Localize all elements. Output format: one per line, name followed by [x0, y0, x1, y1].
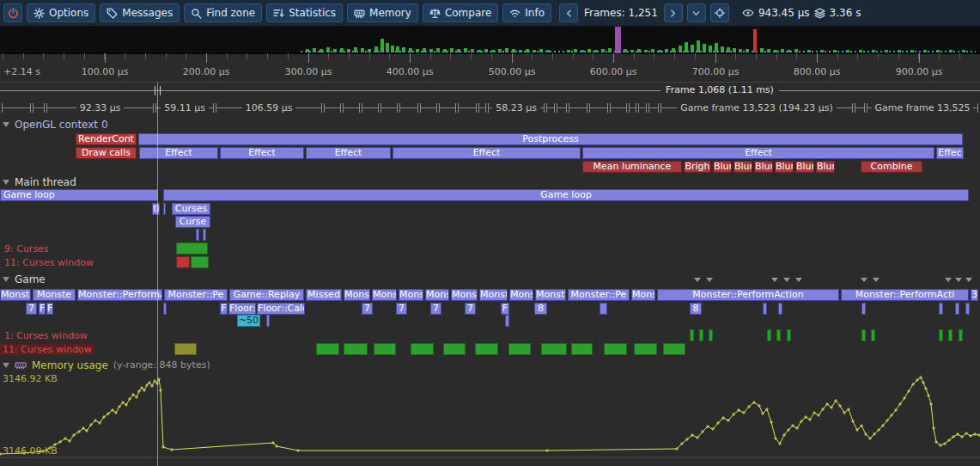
- game-frame-segment[interactable]: [478, 103, 486, 113]
- lock-bar[interactable]: [871, 329, 875, 341]
- zone-bar[interactable]: Blur: [816, 161, 835, 173]
- zone-bar[interactable]: F: [39, 303, 46, 315]
- prev-frame-button[interactable]: [559, 3, 578, 22]
- section-header-opengl[interactable]: OpenGL context 0: [0, 118, 980, 131]
- zone-bar[interactable]: Blur: [713, 161, 732, 173]
- zone-bar[interactable]: F: [501, 303, 509, 315]
- zone-tick[interactable]: [965, 303, 970, 315]
- zone-bar[interactable]: 7: [396, 303, 407, 315]
- zone-bar[interactable]: Monst: [451, 289, 478, 301]
- zone-bar[interactable]: 8: [534, 303, 547, 315]
- game-frame-segment[interactable]: [33, 103, 45, 113]
- zone-tick[interactable]: [600, 303, 607, 315]
- zone-bar[interactable]: Draw calls: [76, 147, 137, 159]
- game-frame-segment[interactable]: 106.59 µs: [216, 103, 322, 113]
- zone-bar[interactable]: Monst: [372, 289, 397, 301]
- lock-bar[interactable]: [787, 329, 791, 341]
- lock-bar[interactable]: [411, 343, 434, 355]
- collapsed-zones-arrow-icon[interactable]: [861, 278, 867, 282]
- lock-bar[interactable]: [176, 242, 208, 254]
- zone-tick[interactable]: [203, 229, 206, 241]
- section-header-memory[interactable]: Memory usage (y-range: 848 bytes): [0, 359, 980, 371]
- zone-bar[interactable]: Mean luminance: [582, 161, 682, 173]
- lock-bar[interactable]: [176, 256, 190, 268]
- zone-bar[interactable]: Brigh: [684, 161, 711, 173]
- frame-band[interactable]: Frame 1,068 (1.11 ms): [0, 83, 980, 99]
- game-frame-segment[interactable]: 92.33 µs: [46, 103, 154, 113]
- zone-tick[interactable]: [163, 303, 167, 315]
- lock-bar[interactable]: [475, 343, 498, 355]
- game-frame-segment[interactable]: [589, 103, 608, 113]
- zone-bar[interactable]: Mons: [425, 289, 449, 301]
- lock-bar[interactable]: [939, 329, 943, 341]
- zone-bar[interactable]: Mons: [509, 289, 533, 301]
- lock-bar[interactable]: [663, 343, 685, 355]
- game-frame-segment[interactable]: [569, 103, 587, 113]
- collapsed-zones-arrow-icon[interactable]: [771, 278, 778, 282]
- power-button[interactable]: [3, 3, 22, 22]
- game-frame-segment[interactable]: [557, 103, 567, 113]
- lock-bar[interactable]: [344, 343, 368, 355]
- statistics-button[interactable]: Statistics: [266, 3, 343, 22]
- compare-button[interactable]: Compare: [423, 3, 498, 22]
- zone-bar[interactable]: Effect: [582, 147, 934, 159]
- zone-bar[interactable]: Curse: [175, 216, 210, 228]
- zone-tick[interactable]: [763, 303, 767, 315]
- zone-bar[interactable]: Blur: [775, 161, 794, 173]
- game-frame-segment[interactable]: [2, 103, 31, 113]
- zone-bar[interactable]: Monste: [535, 289, 566, 301]
- zone-bar[interactable]: Monster::Pe: [164, 289, 228, 301]
- lock-bar[interactable]: [690, 329, 694, 341]
- zone-tick[interactable]: [196, 229, 199, 241]
- zone-bar[interactable]: Blur: [733, 161, 752, 173]
- lock-bar[interactable]: [316, 343, 339, 355]
- lock-bar[interactable]: [508, 343, 531, 355]
- zone-bar[interactable]: Effec: [936, 147, 964, 159]
- zone-bar[interactable]: Blur: [754, 161, 773, 173]
- section-header-main-thread[interactable]: Main thread: [0, 175, 980, 188]
- zone-bar[interactable]: Game loop: [0, 189, 158, 201]
- zone-bar[interactable]: Effect: [393, 147, 581, 159]
- game-frame-segment[interactable]: [610, 103, 627, 113]
- game-frame-segment[interactable]: Game frame 13,525: [867, 103, 978, 113]
- collapsed-zones-arrow-icon[interactable]: [783, 278, 790, 282]
- zone-bar[interactable]: Game loop: [163, 189, 969, 201]
- game-frame-segment[interactable]: [629, 103, 636, 113]
- zone-bar[interactable]: F: [46, 303, 53, 315]
- game-frame-segment[interactable]: [439, 103, 456, 113]
- collapsed-zones-arrow-icon[interactable]: [706, 278, 713, 282]
- options-button[interactable]: Options: [27, 3, 95, 22]
- info-button[interactable]: Info: [502, 3, 551, 22]
- zone-bar[interactable]: 7: [362, 303, 373, 315]
- lock-bar[interactable]: [709, 329, 713, 341]
- zone-bar[interactable]: ti: [152, 203, 160, 215]
- lock-bar[interactable]: [959, 329, 963, 341]
- zone-bar[interactable]: Monste: [479, 289, 508, 301]
- zone-bar[interactable]: Missed: [306, 289, 342, 301]
- zone-bar[interactable]: F: [220, 303, 228, 315]
- collapsed-zones-arrow-icon[interactable]: [694, 278, 701, 282]
- zone-bar[interactable]: Effect: [220, 147, 304, 159]
- lock-bar[interactable]: [776, 329, 781, 341]
- game-frame-segment[interactable]: [380, 103, 398, 113]
- zone-tick[interactable]: [505, 315, 509, 327]
- collapsed-zones-arrow-icon[interactable]: [873, 278, 880, 282]
- lock-bar[interactable]: [699, 329, 703, 341]
- zone-bar[interactable]: Mons: [631, 289, 655, 301]
- lock-bar[interactable]: [571, 343, 593, 355]
- game-frame-segment[interactable]: [420, 103, 437, 113]
- slow-frame-marker[interactable]: [753, 29, 757, 52]
- memory-button[interactable]: Memory: [347, 3, 418, 22]
- lock-bar[interactable]: [541, 343, 567, 355]
- lock-bar[interactable]: [191, 256, 209, 268]
- game-frame-segment[interactable]: [399, 103, 418, 113]
- game-frame-segment[interactable]: [362, 103, 379, 113]
- game-frame-segment[interactable]: [324, 103, 341, 113]
- zone-tick[interactable]: [955, 303, 959, 315]
- zone-tick[interactable]: [861, 303, 866, 315]
- lock-bar[interactable]: [174, 343, 197, 355]
- zone-bar[interactable]: Combine: [861, 161, 922, 173]
- game-frame-segment[interactable]: [855, 103, 865, 113]
- lock-bar[interactable]: [861, 329, 866, 341]
- memory-usage-graph[interactable]: 3146.92 KB 3146.09 KB: [0, 372, 980, 466]
